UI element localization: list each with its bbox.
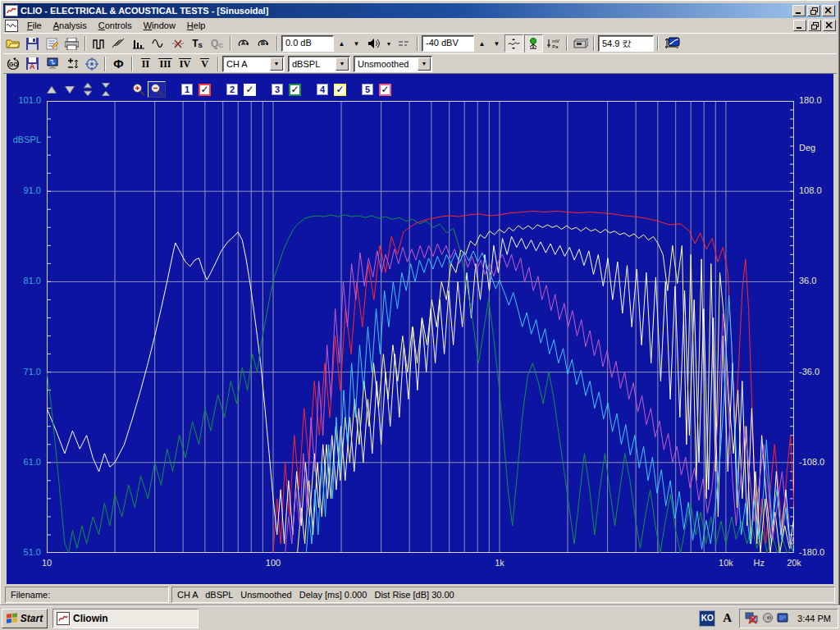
loop-b-button[interactable]: B bbox=[254, 34, 273, 52]
expand-scale-button[interactable] bbox=[79, 81, 97, 98]
language-indicator[interactable]: KO bbox=[699, 610, 715, 627]
curve-checkbox-5[interactable]: ✓ bbox=[379, 84, 391, 96]
go-button[interactable]: GO bbox=[3, 55, 22, 73]
response-plot[interactable] bbox=[47, 101, 794, 553]
curve-checkbox-4[interactable]: ✓ bbox=[334, 84, 346, 96]
taskbar-clock[interactable]: 3:44 PM bbox=[797, 614, 831, 623]
sinusoidal-doc-icon[interactable] bbox=[5, 20, 18, 32]
toolbar-separator bbox=[217, 57, 219, 71]
unit-select[interactable]: dBSPL▼ bbox=[288, 56, 350, 72]
speaker-dropdown-icon[interactable]: ▼ bbox=[384, 34, 394, 52]
print-button[interactable] bbox=[62, 34, 81, 52]
fft-analysis-icon[interactable] bbox=[129, 34, 148, 52]
svg-text:mV: mV bbox=[552, 39, 559, 43]
output-down-button[interactable]: ▼ bbox=[349, 35, 363, 52]
qc-icon[interactable]: QC bbox=[208, 34, 226, 52]
mic-sensitivity-icon[interactable]: mVPa bbox=[544, 34, 563, 52]
menu-help[interactable]: Help bbox=[181, 19, 212, 32]
smoothing-select[interactable]: Unsmoothed▼ bbox=[354, 56, 432, 72]
export-notes-button[interactable] bbox=[43, 34, 62, 52]
network-disconnected-icon[interactable] bbox=[745, 611, 759, 626]
restore-icon[interactable] bbox=[807, 5, 820, 16]
chevron-down-icon[interactable]: ▼ bbox=[418, 57, 431, 71]
child-restore-icon[interactable] bbox=[808, 20, 821, 31]
child-close-icon[interactable] bbox=[823, 20, 836, 31]
y-left-tick-label: 91.0 bbox=[8, 185, 41, 195]
curve-slot-2: 2✓ bbox=[226, 84, 256, 96]
y-left-tick-label: 51.0 bbox=[8, 547, 41, 557]
close-icon[interactable] bbox=[822, 5, 835, 16]
harmonic-2-toggle[interactable]: II bbox=[136, 55, 155, 73]
stop-sweep-icon[interactable] bbox=[168, 34, 187, 52]
input-down-button[interactable]: ▼ bbox=[490, 35, 504, 52]
loop-a-button[interactable]: A bbox=[235, 34, 253, 52]
curve-checkbox-3[interactable]: ✓ bbox=[289, 84, 301, 96]
scheduler-icon[interactable] bbox=[777, 612, 789, 625]
waterfall-analysis-icon[interactable] bbox=[109, 34, 128, 52]
harmonic-5-toggle[interactable]: V bbox=[195, 55, 214, 73]
chevron-down-icon[interactable]: ▼ bbox=[270, 57, 283, 71]
y-right-axis-title: Deg bbox=[799, 143, 815, 153]
target-icon[interactable] bbox=[82, 55, 101, 73]
cliowin-task-button[interactable]: Cliowin bbox=[52, 609, 199, 628]
y-right-tick-label: 108.0 bbox=[799, 185, 822, 195]
y-right-tick-label: -108.0 bbox=[799, 457, 824, 467]
sinusoidal-analysis-icon[interactable] bbox=[148, 34, 167, 52]
title-bar[interactable]: CLIO - ELECTRICAL & ACOUSTICAL TESTS - [… bbox=[3, 3, 837, 18]
curve-checkbox-2[interactable]: ✓ bbox=[244, 84, 256, 96]
start-button[interactable]: Start bbox=[2, 609, 48, 628]
child-minimize-icon[interactable] bbox=[793, 20, 806, 31]
save-button[interactable] bbox=[23, 34, 42, 52]
harmonic-4-toggle[interactable]: IV bbox=[176, 55, 194, 73]
speaker-icon[interactable] bbox=[364, 34, 383, 52]
start-label: Start bbox=[21, 613, 43, 624]
x-tick-label: 100 bbox=[266, 558, 281, 568]
output-up-button[interactable]: ▲ bbox=[335, 35, 349, 52]
harmonic-3-toggle[interactable]: III bbox=[156, 55, 175, 73]
output-level-field[interactable]: 0.0 dB bbox=[281, 35, 334, 52]
volume-icon[interactable] bbox=[762, 612, 774, 625]
zoom-out-button[interactable] bbox=[148, 81, 166, 98]
open-button[interactable] bbox=[3, 34, 22, 52]
compress-scale-button[interactable] bbox=[97, 81, 115, 98]
ts-parameters-icon[interactable]: TS bbox=[188, 34, 207, 52]
autorange-icon[interactable] bbox=[504, 34, 523, 52]
zoom-in-button[interactable] bbox=[130, 81, 148, 98]
curve-slot-3: 3✓ bbox=[272, 84, 301, 96]
input-gain-field[interactable]: -40 dBV bbox=[422, 35, 474, 52]
shift-down-button[interactable] bbox=[61, 81, 79, 98]
chevron-down-icon[interactable]: ▼ bbox=[336, 57, 349, 71]
shift-up-button[interactable] bbox=[43, 81, 61, 98]
scale-adjust-icon[interactable] bbox=[62, 55, 81, 73]
curve-number-1: 1 bbox=[181, 84, 193, 95]
curve-checkbox-1[interactable]: ✓ bbox=[199, 84, 211, 96]
menu-bar: FileAnalysisControlsWindowHelp bbox=[3, 18, 837, 33]
menu-controls[interactable]: Controls bbox=[93, 19, 138, 32]
toolbar-separator bbox=[566, 36, 568, 51]
mic-power-icon[interactable] bbox=[524, 34, 543, 52]
mls-analysis-icon[interactable] bbox=[89, 34, 108, 52]
autosave-button[interactable]: A bbox=[23, 55, 42, 73]
minimize-icon[interactable] bbox=[792, 5, 806, 16]
display-settings-icon[interactable] bbox=[43, 55, 62, 73]
x-tick-label: 1k bbox=[495, 558, 504, 568]
channel-select[interactable]: CH A▼ bbox=[222, 56, 285, 72]
curve-number-3: 3 bbox=[272, 84, 283, 95]
ime-mode-letter[interactable]: A bbox=[723, 611, 732, 625]
toolbar-separator bbox=[276, 36, 278, 51]
toolbar-separator bbox=[104, 57, 106, 71]
toolbar-separator bbox=[84, 36, 86, 51]
svg-text:B: B bbox=[261, 40, 265, 46]
input-up-button[interactable]: ▲ bbox=[475, 35, 489, 52]
qc-box-icon[interactable] bbox=[571, 34, 590, 52]
signal-lines-icon[interactable] bbox=[395, 34, 413, 52]
y-left-tick-label: 61.0 bbox=[8, 457, 41, 467]
svg-text:Pa: Pa bbox=[552, 44, 559, 49]
meter-field[interactable]: 54.9 캈 bbox=[598, 35, 654, 52]
menu-window[interactable]: Window bbox=[138, 19, 181, 32]
response-window-icon[interactable] bbox=[662, 34, 681, 52]
menu-file[interactable]: File bbox=[21, 19, 48, 32]
menu-analysis[interactable]: Analysis bbox=[48, 19, 93, 32]
curve-slot-4: 4✓ bbox=[317, 84, 346, 96]
phase-toggle[interactable]: Φ bbox=[109, 55, 128, 73]
